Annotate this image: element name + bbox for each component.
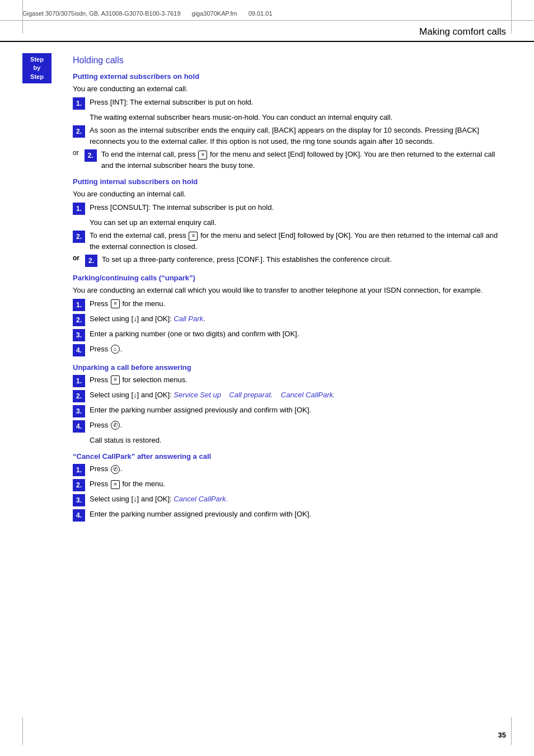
cancel-callpark-section: “Cancel CallPark” after answering a call… [73, 452, 506, 522]
internal-hold-section: Putting internal subscribers on hold You… [73, 177, 506, 267]
park-step-4-text: Press ⌂. [90, 344, 506, 355]
call-icon-2: ✆ [111, 465, 120, 474]
int-or-2-text: To set up a three-party conference, pres… [102, 254, 506, 265]
unparking-section: Unparking a call before answering 1. Pre… [73, 363, 506, 446]
unpark-step-num-2: 2. [73, 390, 85, 402]
cancel-step-3: 3. Select using [↓] and [OK]: Cancel Cal… [73, 494, 506, 506]
cancel-step-1-text: Press ✆. [90, 463, 506, 475]
unpark-step-num-1: 1. [73, 375, 85, 387]
or-label-int: or [73, 254, 79, 262]
step-badge-line2: by [27, 64, 47, 72]
header-date: 09.01.01 [249, 10, 273, 17]
unpark-step-4-note: Call status is restored. [90, 435, 506, 446]
content-area: Step by Step Holding calls Putting exter… [0, 42, 534, 536]
cancel-step-1: 1. Press ✆. [73, 463, 506, 476]
ext-step-1-note: The waiting external subscriber hears mu… [90, 112, 506, 123]
call-park-link: Call Park [174, 314, 203, 323]
home-icon: ⌂ [111, 345, 120, 354]
page: Gigaset 3070/3075isdn, GB, A31008-G3070-… [0, 0, 534, 756]
unpark-step-1-text: Press ≡ for selection menus. [90, 374, 506, 386]
external-hold-section: Putting external subscribers on hold You… [73, 72, 506, 171]
step-badge-line1: Step [27, 55, 47, 64]
park-step-3-text: Enter a parking number (one or two digit… [90, 328, 506, 340]
internal-hold-intro: You are conducting an internal call. [73, 189, 506, 200]
unparking-title: Unparking a call before answering [73, 363, 506, 372]
page-number: 35 [498, 731, 506, 739]
cancel-step-num-3: 3. [73, 494, 85, 506]
int-step-1: 1. Press [CONSULT]: The internal subscri… [73, 202, 506, 215]
parking-intro: You are conducting an external call whic… [73, 285, 506, 296]
parking-title: Parking/continuing calls (“unpark”) [73, 274, 506, 282]
unpark-step-num-3: 3. [73, 405, 85, 417]
menu-icon-2: ≡ [189, 232, 198, 241]
menu-icon-3: ≡ [111, 299, 120, 308]
cancel-callpark-link-1: Cancel CallPark. [281, 391, 335, 399]
unpark-step-3-text: Enter the parking number assigned previo… [90, 405, 506, 416]
unpark-step-3: 3. Enter the parking number assigned pre… [73, 405, 506, 417]
call-icon: ✆ [111, 421, 120, 430]
internal-hold-title: Putting internal subscribers on hold [73, 177, 506, 186]
int-step-num-2: 2. [73, 231, 85, 243]
ext-step-2: 2. As soon as the internal subscriber en… [73, 125, 506, 147]
cancel-step-4-text: Enter the parking number assigned previo… [90, 509, 506, 520]
unpark-step-num-4: 4. [73, 420, 85, 433]
park-step-num-3: 3. [73, 329, 85, 341]
ext-step-1: 1. Press [INT]: The external subscriber … [73, 97, 506, 110]
unpark-step-2-text: Select using [↓] and [OK]: Service Set u… [90, 389, 506, 401]
cancel-callpark-title: “Cancel CallPark” after answering a call [73, 452, 506, 461]
cancel-step-4: 4. Enter the parking number assigned pre… [73, 509, 506, 522]
int-or-2: or 2. To set up a three-party conference… [73, 254, 506, 267]
cancel-step-2: 2. Press ≡ for the menu. [73, 478, 506, 491]
chapter-title-text: Making comfort calls [419, 26, 506, 37]
unpark-step-4: 4. Press ✆. [73, 420, 506, 433]
header-left-info: Gigaset 3070/3075isdn, GB, A31008-G3070-… [22, 10, 273, 17]
right-margin-line [511, 0, 512, 34]
park-step-1: 1. Press ≡ for the menu. [73, 298, 506, 311]
left-sidebar: Step by Step [22, 53, 67, 525]
left-margin-line [22, 0, 23, 34]
park-step-2-text: Select using [↓] and [OK]: Call Park. [90, 313, 506, 325]
park-step-2: 2. Select using [↓] and [OK]: Call Park. [73, 313, 506, 326]
menu-icon: ≡ [198, 151, 207, 159]
chapter-title: Making comfort calls [0, 21, 534, 42]
park-step-num-2: 2. [73, 314, 85, 326]
menu-icon-5: ≡ [111, 480, 120, 489]
int-step-num-or2: 2. [85, 255, 97, 267]
header-filename: giga3070KAP.fm [192, 10, 237, 17]
int-step-num-1: 1. [73, 203, 85, 215]
cancel-step-num-2: 2. [73, 479, 85, 491]
menu-icon-4: ≡ [111, 375, 120, 384]
unpark-step-1: 1. Press ≡ for selection menus. [73, 374, 506, 387]
int-step-2: 2. To end the external call, press ≡ for… [73, 230, 506, 252]
page-header: Gigaset 3070/3075isdn, GB, A31008-G3070-… [0, 0, 534, 21]
ext-or-2: or 2. To end the internal call, press ≡ … [73, 149, 506, 171]
cancel-callpark-link-2: Cancel CallPark. [174, 495, 228, 503]
ext-step-2-text: As soon as the internal subscriber ends … [90, 125, 506, 147]
int-step-2-text: To end the external call, press ≡ for th… [90, 230, 506, 252]
main-section-title: Holding calls [73, 55, 506, 65]
cancel-step-num-1: 1. [73, 464, 85, 476]
step-num-or2: 2. [85, 149, 97, 162]
cancel-step-num-4: 4. [73, 509, 85, 522]
park-step-3: 3. Enter a parking number (one or two di… [73, 328, 506, 341]
or-label-ext: or [73, 149, 79, 157]
park-step-num-1: 1. [73, 299, 85, 311]
step-badge-line3: Step [27, 73, 47, 81]
step-num-1: 1. [73, 97, 85, 110]
park-step-1-text: Press ≡ for the menu. [90, 298, 506, 309]
service-setup-link: Service Set up [174, 391, 221, 399]
step-badge: Step by Step [22, 53, 51, 83]
header-doc-info: Gigaset 3070/3075isdn, GB, A31008-G3070-… [22, 10, 181, 17]
park-step-4: 4. Press ⌂. [73, 344, 506, 356]
call-preparat-link: Call preparat. [229, 391, 273, 399]
ext-or-2-text: To end the internal call, press ≡ for th… [101, 149, 506, 171]
int-step-1-text: Press [CONSULT]: The internal subscriber… [90, 202, 506, 213]
external-hold-intro: You are conducting an external call. [73, 83, 506, 95]
footer-right-line [511, 717, 512, 745]
ext-step-1-text: Press [INT]: The external subscriber is … [90, 97, 506, 108]
external-hold-title: Putting external subscribers on hold [73, 72, 506, 81]
parking-section: Parking/continuing calls (“unpark”) You … [73, 274, 506, 356]
park-step-num-4: 4. [73, 344, 85, 356]
main-content: Holding calls Putting external subscribe… [67, 53, 506, 525]
cancel-step-3-text: Select using [↓] and [OK]: Cancel CallPa… [90, 494, 506, 505]
